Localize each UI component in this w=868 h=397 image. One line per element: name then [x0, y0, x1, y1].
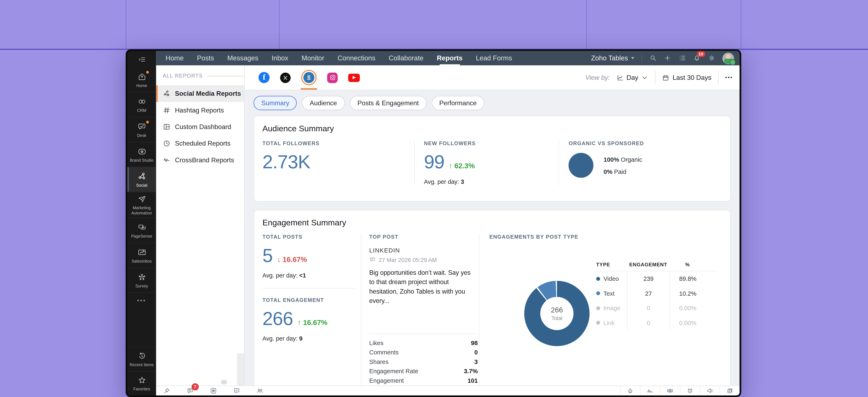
report-item-crossbrand-reports[interactable]: CrossBrand Reports [156, 152, 244, 168]
post-type-donut-chart: 266 Total [524, 281, 590, 346]
settings-button[interactable] [708, 54, 715, 62]
avg-per-day: Avg. per day: <1 [262, 272, 361, 278]
channel-facebook[interactable]: f [258, 65, 270, 90]
nav-item-connections[interactable]: Connections [338, 52, 375, 64]
report-content: f [245, 65, 740, 386]
channel-instagram[interactable] [327, 65, 338, 90]
rail-item-brand-studio[interactable]: Brand Studio [127, 142, 156, 167]
organic-pie-chart [569, 153, 594, 178]
rail-item-pagesense[interactable]: PageSense [127, 218, 156, 243]
post-body[interactable]: Big opportunities don’t wait. Say yes to… [369, 268, 475, 306]
pin-button[interactable] [163, 387, 170, 394]
report-item-social-media-reports[interactable]: Social Media Reports [156, 85, 244, 102]
scrollbar-thumb[interactable] [237, 354, 244, 386]
gear-icon [708, 54, 715, 62]
arrow-up-icon: ↑ [298, 318, 301, 327]
scrollbar-thumb[interactable] [221, 380, 227, 384]
tab-summary[interactable]: Summary [254, 96, 297, 110]
top-nav: Home Posts Messages Inbox Monitor Connec… [156, 51, 740, 65]
date-range-value: Last 30 Days [673, 73, 711, 81]
nav-item-posts[interactable]: Posts [197, 52, 214, 64]
comment-minus-icon [233, 387, 240, 394]
channel-x[interactable] [280, 65, 290, 90]
rail-more-button[interactable]: ••• [127, 293, 156, 307]
report-item-hashtag-reports[interactable]: Hashtag Reports [156, 102, 244, 119]
rail-item-favorites[interactable]: Favorites [127, 371, 156, 396]
app-window: Home CRM Desk Brand Studio [126, 49, 741, 397]
hashtag-icon [163, 106, 170, 114]
hashtag-panel-button[interactable] [210, 387, 217, 394]
nav-item-inbox[interactable]: Inbox [272, 52, 288, 64]
desktop: Home CRM Desk Brand Studio [0, 0, 868, 397]
social-reports-icon [163, 90, 170, 97]
rail-item-survey[interactable]: Survey [127, 268, 156, 293]
table-row: Link 0 0.00% [596, 315, 717, 330]
report-item-label: Hashtag Reports [175, 106, 224, 114]
nav-item-home[interactable]: Home [165, 52, 184, 64]
rail-item-social[interactable]: Social [127, 167, 156, 192]
nav-item-reports[interactable]: Reports [437, 52, 462, 64]
arrow-down-icon: ↓ [277, 255, 280, 264]
rail-item-label: Desk [137, 133, 146, 138]
channel-linkedin-page[interactable] [301, 65, 317, 90]
message-button[interactable] [233, 387, 240, 394]
series-dot [596, 321, 600, 325]
date-range-picker[interactable]: Last 30 Days [662, 73, 712, 81]
dashboard-icon [163, 123, 170, 131]
announcements-button[interactable] [700, 386, 720, 396]
report-item-scheduled-reports[interactable]: Scheduled Reports [156, 135, 244, 152]
notes-button[interactable] [720, 386, 740, 396]
change-value: 62.3% [455, 162, 475, 170]
audience-button[interactable] [256, 387, 264, 394]
rail-item-salesinbox[interactable]: SalesInbox [127, 243, 156, 268]
pin-icon [163, 387, 170, 394]
rail-item-marketing-automation[interactable]: Marketing Automation [127, 192, 156, 218]
report-item-label: Scheduled Reports [175, 140, 230, 147]
search-button[interactable] [649, 54, 657, 62]
rail-item-desk[interactable]: Desk [127, 117, 156, 143]
workspace-switcher[interactable]: Zoho Tables [591, 54, 634, 62]
rail-item-home[interactable]: Home [127, 68, 156, 93]
report-item-label: Social Media Reports [175, 90, 241, 97]
reports-sidebar-header: ALL REPORTS [163, 73, 244, 79]
reminders-button[interactable] [680, 386, 700, 396]
rail-item-recent-items[interactable]: Recent Items [127, 347, 156, 371]
chat-button[interactable]: 7 [187, 387, 194, 394]
zia-button[interactable] [640, 386, 660, 396]
divider [369, 334, 478, 334]
signature-icon [647, 387, 654, 394]
channel-youtube[interactable] [348, 65, 360, 90]
nav-item-collaborate[interactable]: Collaborate [389, 52, 424, 64]
assistant-button[interactable] [620, 386, 640, 396]
report-body: Summary Audience Posts & Engagement Perf… [245, 90, 740, 386]
more-options-button[interactable]: ••• [725, 75, 733, 81]
tab-performance[interactable]: Performance [432, 96, 485, 110]
granularity-value: Day [626, 73, 638, 81]
rail-item-label: Social [136, 183, 147, 187]
linkedin-page-icon [303, 72, 314, 83]
rail-collapse-button[interactable] [127, 51, 156, 67]
rail-item-crm[interactable]: CRM [127, 92, 156, 117]
card-title: Audience Summary [262, 124, 722, 133]
nav-item-lead-forms[interactable]: Lead Forms [476, 52, 512, 64]
notifications-button[interactable]: 10 [693, 54, 701, 62]
task-list-button[interactable] [679, 54, 686, 62]
engagement-metrics-column: TOTAL POSTS 5 ↓ 16.67% [262, 234, 361, 386]
reports-sidebar: ALL REPORTS Social Media Reports Hashtag… [156, 65, 245, 386]
paid-legend: 0% Paid [604, 168, 642, 175]
desktop-grid-line [741, 0, 741, 49]
tab-posts-engagement[interactable]: Posts & Engagement [350, 96, 427, 110]
create-button[interactable] [664, 54, 671, 62]
nav-item-messages[interactable]: Messages [227, 52, 258, 64]
stat-row: Engagement Rate3.7% [369, 366, 479, 376]
tab-audience[interactable]: Audience [302, 96, 345, 110]
user-avatar[interactable] [722, 52, 734, 64]
rail-item-label: CRM [137, 108, 146, 113]
report-item-custom-dashboard[interactable]: Custom Dashboard [156, 119, 244, 135]
granularity-dropdown[interactable]: Day [617, 73, 648, 81]
billing-button[interactable] [660, 386, 680, 396]
post-network: LINKEDIN [369, 247, 479, 254]
nav-item-monitor[interactable]: Monitor [302, 52, 324, 64]
salesinbox-icon [137, 247, 147, 257]
notification-dot [146, 71, 149, 73]
